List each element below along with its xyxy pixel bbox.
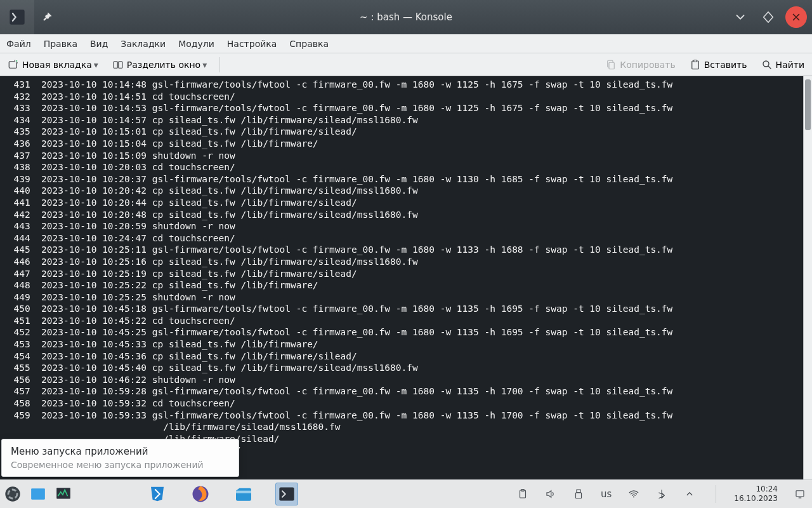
terminal-line: 438 2023-10-10 10:20:03 cd touchscreen/ [3, 161, 802, 173]
terminal-line: 455 2023-10-10 10:45:40 cp silead_ts.fw … [3, 362, 802, 374]
terminal-line: 450 2023-10-10 10:45:18 gsl-firmware/too… [3, 303, 802, 315]
svg-rect-3 [114, 61, 117, 68]
menu-view[interactable]: Вид [89, 37, 109, 50]
paste-button[interactable]: Вставить [687, 58, 750, 72]
toolbar: Новая вкладка ▾ Разделить окно ▾ Копиров… [0, 53, 812, 76]
tooltip-title: Меню запуска приложений [11, 446, 230, 457]
tooltip-subtitle: Современное меню запуска приложений [11, 460, 230, 470]
show-desktop-icon[interactable] [794, 488, 806, 500]
copy-button: Копировать [603, 58, 678, 72]
terminal-line: 453 2023-10-10 10:45:33 cp silead_ts.fw … [3, 338, 802, 351]
svg-rect-20 [575, 493, 581, 498]
taskbar: us 10:24 16.10.2023 [0, 479, 812, 508]
menu-help[interactable]: Справка [288, 37, 330, 50]
svg-rect-22 [796, 491, 804, 497]
svg-point-9 [763, 61, 769, 67]
system-monitor-icon[interactable] [52, 483, 75, 505]
new-tab-label: Новая вкладка [22, 60, 92, 70]
window-title: ~ : bash — Konsole [0, 11, 812, 23]
maximize-button[interactable] [757, 6, 779, 28]
clock[interactable]: 10:24 16.10.2023 [734, 485, 778, 504]
svg-rect-4 [119, 61, 122, 68]
terminal-line: 446 2023-10-10 10:25:16 cp silead_ts.fw … [3, 256, 802, 268]
terminal-line: 434 2023-10-10 10:14:57 cp silead_ts.fw … [3, 114, 802, 126]
terminal-line: 451 2023-10-10 10:45:22 cd touchscreen/ [3, 315, 802, 327]
svg-rect-0 [10, 10, 24, 24]
terminal-line: 458 2023-10-10 10:59:32 cd touchscreen/ [3, 398, 802, 410]
terminal-line: 443 2023-10-10 10:20:59 shutdown -r now [3, 220, 802, 232]
chevron-down-icon[interactable]: ▾ [202, 60, 207, 70]
svg-rect-16 [279, 488, 294, 501]
terminal-line: 445 2023-10-10 10:25:11 gsl-firmware/too… [3, 244, 802, 256]
menu-file[interactable]: Файл [5, 37, 32, 50]
terminal-line: 441 2023-10-10 10:20:44 cp silead_ts.fw … [3, 197, 802, 209]
tray-expander-icon[interactable] [684, 488, 695, 500]
svg-rect-6 [609, 62, 614, 69]
toolbar-separator [219, 57, 220, 72]
terminal-line: 457 2023-10-10 10:59:28 gsl-firmware/too… [3, 385, 802, 398]
paste-label: Вставить [704, 60, 747, 70]
scrollbar[interactable] [803, 76, 812, 479]
menubar: Файл Правка Вид Закладки Модули Настройк… [0, 34, 812, 53]
terminal-line: 433 2023-10-10 10:14:53 gsl-firmware/too… [3, 102, 802, 114]
close-button[interactable] [785, 6, 807, 28]
start-menu-button[interactable] [1, 483, 24, 505]
terminal-line: 448 2023-10-10 10:25:22 cp silead_ts.fw … [3, 279, 802, 291]
split-window-label: Разделить окно [127, 60, 200, 70]
terminal-line: 440 2023-10-10 10:20:42 cp silead_ts.fw … [3, 185, 802, 197]
new-tab-button[interactable]: Новая вкладка ▾ [5, 58, 101, 72]
wifi-tray-icon[interactable] [628, 488, 639, 500]
terminal-line: 442 2023-10-10 10:20:48 cp silead_ts.fw … [3, 209, 802, 221]
menu-plugins[interactable]: Модули [177, 37, 216, 50]
firefox-icon[interactable] [189, 483, 212, 505]
titlebar-app-icon[interactable] [0, 0, 34, 34]
terminal-line: /lib/firmware/silead/mssl1680.fw [3, 421, 802, 433]
find-label: Найти [776, 60, 804, 70]
menu-settings[interactable]: Настройка [226, 37, 278, 50]
bluetooth-tray-icon[interactable] [656, 488, 667, 500]
svg-rect-1 [9, 61, 16, 68]
discover-app-icon[interactable] [146, 483, 169, 505]
chevron-down-icon[interactable]: ▾ [94, 60, 98, 70]
find-button[interactable]: Найти [759, 58, 807, 72]
terminal-line: 444 2023-10-10 10:24:47 cd touchscreen/ [3, 232, 802, 244]
menu-edit[interactable]: Правка [43, 37, 79, 50]
clock-time: 10:24 [734, 485, 778, 494]
terminal-line: 456 2023-10-10 10:46:22 shutdown -r now [3, 374, 802, 386]
terminal-line: 439 2023-10-10 10:20:37 gsl-firmware/too… [3, 173, 802, 185]
start-menu-tooltip: Меню запуска приложений Современное меню… [1, 439, 239, 477]
terminal-line: 435 2023-10-10 10:15:01 cp silead_ts.fw … [3, 126, 802, 138]
scrollbar-thumb[interactable] [805, 79, 811, 130]
terminal-line: 437 2023-10-10 10:15:09 shutdown -r now [3, 150, 802, 162]
terminal-line: 449 2023-10-10 10:25:25 shutdown -r now [3, 291, 802, 304]
volume-tray-icon[interactable] [545, 488, 556, 500]
window-titlebar: ~ : bash — Konsole [0, 0, 812, 34]
konsole-taskbar-icon[interactable] [275, 483, 298, 505]
svg-point-21 [633, 497, 634, 498]
dolphin-icon[interactable] [232, 483, 255, 505]
usb-tray-icon[interactable] [573, 488, 584, 500]
terminal-line: 454 2023-10-10 10:45:36 cp silead_ts.fw … [3, 351, 802, 363]
terminal-line: 436 2023-10-10 10:15:04 cp silead_ts.fw … [3, 138, 802, 150]
svg-rect-8 [693, 60, 697, 62]
keyboard-layout-indicator[interactable]: us [601, 488, 612, 500]
pin-icon[interactable] [34, 11, 60, 23]
copy-label: Копировать [620, 60, 675, 70]
desktop-pager[interactable] [27, 483, 49, 505]
terminal-output[interactable]: 431 2023-10-10 10:14:48 gsl-firmware/too… [0, 76, 803, 479]
menu-bookmarks[interactable]: Закладки [119, 37, 167, 50]
svg-rect-15 [236, 491, 251, 493]
terminal-line: 459 2023-10-10 10:59:33 gsl-firmware/too… [3, 410, 802, 422]
clipboard-tray-icon[interactable] [517, 488, 528, 500]
svg-rect-19 [577, 490, 580, 493]
terminal-line: 431 2023-10-10 10:14:48 gsl-firmware/too… [3, 79, 802, 91]
clock-date: 16.10.2023 [734, 494, 778, 504]
terminal-line: 452 2023-10-10 10:45:25 gsl-firmware/too… [3, 326, 802, 338]
minimize-button[interactable] [730, 6, 751, 28]
terminal-line: 432 2023-10-10 10:14:51 cd touchscreen/ [3, 91, 802, 103]
terminal-line: 447 2023-10-10 10:25:19 cp silead_ts.fw … [3, 268, 802, 280]
svg-rect-12 [31, 488, 45, 499]
split-window-button[interactable]: Разделить окно ▾ [110, 58, 209, 72]
tray-separator [716, 485, 716, 503]
